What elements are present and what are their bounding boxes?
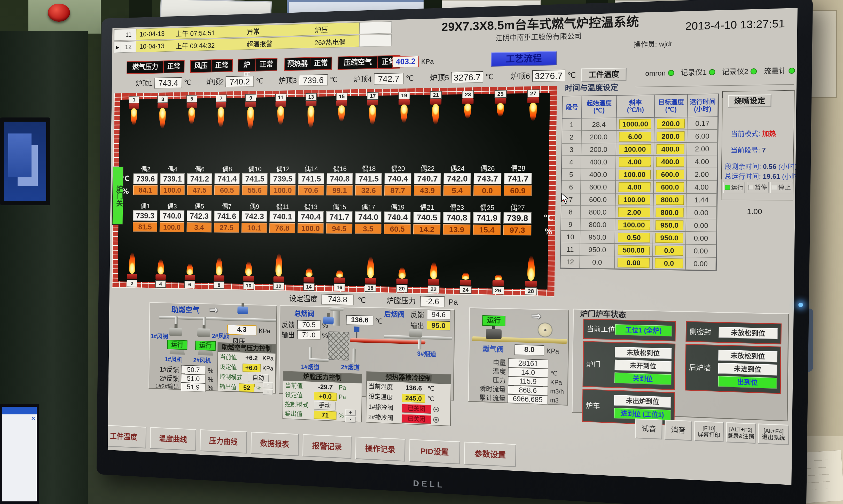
set-value-field[interactable]: 245.0 bbox=[402, 394, 425, 403]
cell-target-temp[interactable]: 0.0 bbox=[653, 244, 686, 257]
bottom-tab[interactable]: 数据报表 bbox=[251, 432, 299, 456]
bottom-tab[interactable]: 参数设置 bbox=[464, 442, 516, 467]
status-indicator: 燃气压力 正常 bbox=[127, 60, 185, 74]
flame-icon bbox=[462, 272, 469, 280]
cell-slope[interactable]: 0.50 bbox=[615, 231, 653, 244]
stop-button[interactable]: 停止 bbox=[770, 182, 792, 193]
output-value-field[interactable]: 71 bbox=[314, 411, 337, 419]
cell-target-temp[interactable]: 400.0 bbox=[654, 156, 687, 168]
thermocouple-label: 偶25 bbox=[473, 204, 501, 212]
burner-chip-col: 12 bbox=[264, 282, 294, 290]
cell-slope[interactable]: 4.00 bbox=[616, 181, 654, 194]
cell-target-temp[interactable]: 0.0 bbox=[653, 257, 686, 270]
workpiece-temp-button[interactable]: 工件温度 bbox=[581, 68, 627, 82]
alarm-selected-marker-icon: ▶ bbox=[114, 29, 121, 40]
status-chip: 未放松到位 bbox=[718, 327, 778, 339]
set-value-field[interactable]: +6.0 bbox=[243, 363, 261, 372]
cell-target-temp[interactable]: 400.0 bbox=[654, 143, 687, 156]
out-unit: % bbox=[208, 384, 213, 392]
cell-slope[interactable]: 100.00 bbox=[616, 143, 654, 156]
gas-pressure-value: 8.0 bbox=[515, 344, 544, 356]
action-button[interactable]: [F10] 屏幕打印 bbox=[694, 421, 724, 442]
status-indicator-label: 压缩空气 bbox=[338, 56, 378, 69]
burner-bottom bbox=[175, 263, 204, 281]
action-button[interactable]: [Alt+F4] 退出系统 bbox=[758, 424, 789, 445]
device-indicator-label: omron bbox=[645, 69, 666, 77]
gas-run-state: 运行 bbox=[482, 315, 505, 326]
minus-button[interactable]: - bbox=[345, 416, 356, 423]
cell-target-temp[interactable]: 600.0 bbox=[654, 181, 687, 194]
hot-pipe bbox=[350, 338, 425, 344]
bottom-tab[interactable]: PID设置 bbox=[409, 439, 460, 465]
gas-row-unit: m3/h bbox=[550, 388, 564, 395]
thermocouple-readout: 偶12 739.5 100.0 bbox=[270, 165, 296, 195]
cell-slope[interactable]: 100.00 bbox=[615, 219, 653, 232]
burner-top: 7 bbox=[206, 94, 236, 130]
cell-slope[interactable]: 1000.00 bbox=[616, 118, 655, 131]
bottom-tab[interactable]: 报警记录 bbox=[302, 434, 352, 459]
flame-icon bbox=[432, 104, 439, 125]
stack-icon bbox=[333, 311, 340, 326]
bottom-tabs: 工件温度温度曲线压力曲线数据报表报警记录操作记录PID设置参数设置 bbox=[108, 425, 541, 469]
action-button[interactable]: 消音 bbox=[665, 419, 692, 441]
thermocouple-label: 偶27 bbox=[504, 204, 532, 212]
process-flow-button[interactable]: 工艺流程 bbox=[491, 51, 557, 67]
bottom-tab[interactable]: 压力曲线 bbox=[200, 429, 247, 454]
set-temp-value: 743.8 bbox=[322, 294, 354, 305]
action-button[interactable]: 试音 bbox=[635, 418, 662, 440]
cell-start-temp: 200.0 bbox=[581, 131, 616, 144]
mode-button[interactable]: 手动 bbox=[314, 401, 336, 410]
fan-valve-icon bbox=[197, 328, 210, 337]
bottom-tab[interactable]: 工件温度 bbox=[108, 425, 146, 449]
output-value-field[interactable]: 52 bbox=[239, 383, 254, 392]
cold-valve2-state[interactable]: 已关闭 bbox=[401, 414, 431, 424]
cell-target-temp[interactable]: 600.0 bbox=[654, 168, 687, 181]
bottom-tab[interactable]: 操作记录 bbox=[355, 437, 406, 462]
mode-button[interactable]: 自动 bbox=[248, 374, 269, 383]
thermocouple-readout: 偶17 744.0 3.5 bbox=[355, 203, 382, 234]
plus-button[interactable]: + bbox=[263, 382, 273, 388]
cell-slope[interactable]: 100.00 bbox=[616, 168, 654, 181]
cell-target-temp[interactable]: 200.0 bbox=[654, 117, 687, 130]
cell-slope[interactable]: 500.00 bbox=[615, 244, 653, 257]
plus-button[interactable]: + bbox=[345, 409, 356, 416]
minus-button[interactable]: - bbox=[263, 389, 273, 395]
cold-valve1-state[interactable]: 已关闭 bbox=[401, 404, 431, 414]
action-button[interactable]: [ALT+F2] 登录&注销 bbox=[726, 422, 756, 444]
compressed-air-unit: KPa bbox=[421, 58, 434, 66]
cell-slope[interactable]: 4.00 bbox=[616, 156, 654, 168]
burner-top: 1 bbox=[120, 96, 148, 131]
thermocouple-label: 偶16 bbox=[327, 165, 353, 173]
cell-target-temp[interactable]: 950.0 bbox=[653, 219, 686, 232]
door-status-box: 炉门未放松到位未开到位关到位 bbox=[583, 341, 676, 390]
device-indicator-label: 记录仪2 bbox=[722, 67, 748, 76]
out-value: 51.9 bbox=[181, 382, 206, 392]
burner-number: 25 bbox=[494, 90, 506, 98]
gas-row-label: 瞬时流量 bbox=[471, 384, 506, 394]
cell-slope[interactable]: 6.00 bbox=[616, 130, 654, 143]
thermocouple-temp: 740.4 bbox=[298, 211, 324, 222]
set-value-field[interactable]: +0.0 bbox=[314, 392, 337, 401]
cell-target-temp[interactable]: 950.0 bbox=[653, 232, 686, 245]
cell-target-temp[interactable]: 800.0 bbox=[653, 194, 686, 206]
roof-temp-unit: ℃ bbox=[406, 74, 414, 83]
cell-target-temp[interactable]: 800.0 bbox=[653, 206, 686, 219]
cell-slope[interactable]: 100.00 bbox=[615, 194, 654, 206]
burner-chip-col: 6 bbox=[175, 281, 204, 289]
burner-top: 3 bbox=[148, 95, 177, 131]
thermocouple-temp: 742.3 bbox=[187, 211, 212, 221]
bottom-tab[interactable]: 温度曲线 bbox=[150, 427, 196, 451]
pause-button[interactable]: 暂停 bbox=[747, 182, 769, 193]
burner-top: 9 bbox=[236, 94, 266, 130]
cell-target-temp[interactable]: 200.0 bbox=[654, 130, 687, 143]
misc-value: 1.00 bbox=[747, 208, 762, 216]
run-button[interactable]: 运行 bbox=[723, 182, 745, 193]
burner-setting-button[interactable]: 烧嘴设定 bbox=[728, 94, 771, 108]
alarm-type: 异常 bbox=[247, 24, 315, 36]
burner-number: 6 bbox=[184, 281, 195, 288]
burner-top: 11 bbox=[265, 93, 296, 130]
valve1-label: 1#风阀 bbox=[150, 332, 168, 341]
cell-slope[interactable]: 2.00 bbox=[615, 206, 654, 219]
cell-slope[interactable]: 0.00 bbox=[615, 256, 653, 270]
burner-chip-col: 14 bbox=[294, 283, 324, 291]
